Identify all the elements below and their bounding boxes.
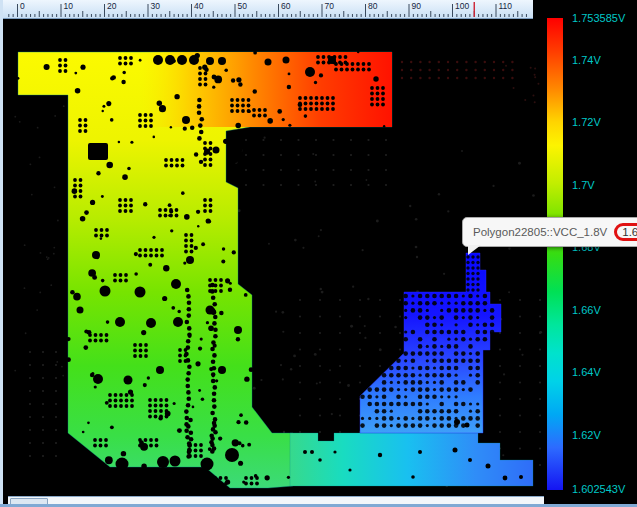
voltage-scale-label: 1.72V: [572, 116, 601, 128]
ruler-tick-label: 90: [412, 1, 422, 11]
probe-net-label: Polygon22805::VCC_1.8V: [473, 226, 607, 238]
voltage-scale-label: 1.64V: [572, 366, 601, 378]
plane-polygon-bga[interactable]: [360, 253, 501, 433]
tooltip-pointer: [468, 245, 481, 255]
probe-voltage-value: 1.60439V: [614, 223, 637, 241]
voltage-scale-label: 1.74V: [572, 54, 601, 66]
ruler-tick-label: 20: [107, 1, 117, 11]
ruler-tick-label: 10: [64, 1, 74, 11]
window-left-border: [0, 0, 3, 507]
voltage-scale-label: 1.66V: [572, 304, 601, 316]
ruler-tick-label: 60: [281, 1, 291, 11]
voltage-scale-label: 1.62V: [572, 429, 601, 441]
ruler-tick-label: 50: [238, 1, 248, 11]
probe-tooltip: Polygon22805::VCC_1.8V 1.60439V: [462, 217, 637, 247]
plane-arm-bottom[interactable]: [290, 433, 533, 486]
pcb-canvas[interactable]: [3, 18, 637, 496]
pcb-voltage-heatmap[interactable]: [3, 18, 637, 496]
voltage-map-window: 0102030405060708090100110 1.753585V1.74V…: [0, 0, 637, 507]
voltage-color-scale: [547, 18, 563, 490]
voltage-scale-label: 1.753585V: [572, 12, 625, 24]
voltage-scale-label: 1.602543V: [572, 483, 625, 495]
ruler-tick-label: 80: [368, 1, 378, 11]
ruler-tick-label: 100: [455, 1, 469, 11]
horizontal-ruler: 0102030405060708090100110: [3, 0, 533, 19]
ruler-tick-label: 40: [194, 1, 204, 11]
ruler-tick-label: 70: [325, 1, 335, 11]
ruler-tick-label: 110: [499, 1, 513, 11]
ruler-tick-label: 0: [20, 1, 25, 11]
voltage-scale-label: 1.7V: [572, 179, 595, 191]
ruler-tick-label: 30: [151, 1, 161, 11]
